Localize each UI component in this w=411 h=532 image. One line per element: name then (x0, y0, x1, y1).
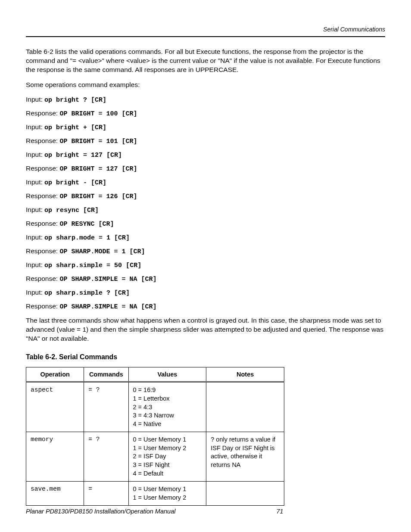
table-row: aspect= ?0 = 16:9 1 = Letterbox 2 = 4:3 … (26, 382, 284, 432)
example-label: Response: (26, 275, 59, 282)
page-footer: Planar PD8130/PD8150 Installation/Operat… (26, 508, 283, 515)
table-row: save.mem=0 = User Memory 1 1 = User Memo… (26, 482, 284, 506)
examples-lead: Some operations command examples: (26, 81, 385, 90)
command-example-line: Input: op bright - [CR] (26, 178, 385, 187)
cell-values: 0 = 16:9 1 = Letterbox 2 = 4:3 3 = 4:3 N… (128, 382, 206, 432)
cell-operation: memory (26, 432, 84, 482)
command-example-line: Input: op sharp.simple = 50 [CR] (26, 261, 385, 269)
example-command: OP BRIGHT = 127 [CR] (59, 165, 137, 173)
command-example-line: Input: op bright + [CR] (26, 123, 385, 131)
command-example-line: Response: OP SHARP.MODE = 1 [CR] (26, 247, 385, 255)
command-example-line: Input: op sharp.simple ? [CR] (26, 289, 385, 297)
command-example-line: Response: OP BRIGHT = 126 [CR] (26, 192, 385, 200)
example-label: Input: (26, 261, 44, 268)
command-example-line: Input: op resync [CR] (26, 206, 385, 214)
example-command: op bright ? [CR] (44, 96, 106, 104)
example-label: Response: (26, 247, 59, 255)
cell-values: 0 = User Memory 1 1 = User Memory 2 2 = … (128, 432, 206, 482)
outro-paragraph: The last three commands show what happen… (26, 316, 385, 343)
intro-paragraph: Table 6-2 lists the valid operations com… (26, 47, 385, 75)
example-label: Response: (26, 192, 59, 199)
cell-notes (206, 482, 284, 506)
example-label: Input: (26, 206, 44, 213)
examples-list: Input: op bright ? [CR]Response: OP BRIG… (26, 96, 385, 311)
cell-commands: = ? (84, 432, 128, 482)
example-label: Response: (26, 165, 59, 172)
cell-operation: save.mem (26, 482, 84, 506)
table-row: memory= ?0 = User Memory 1 1 = User Memo… (26, 432, 284, 482)
cell-notes: ? only returns a value if ISF Day or ISF… (206, 432, 284, 482)
serial-commands-table: Operation Commands Values Notes aspect= … (26, 367, 284, 506)
footer-page-number: 71 (276, 508, 283, 515)
example-command: op resync [CR] (44, 207, 99, 214)
example-label: Input: (26, 96, 44, 103)
example-label: Input: (26, 178, 44, 186)
cell-operation: aspect (26, 382, 84, 432)
command-example-line: Response: OP SHARP.SIMPLE = NA [CR] (26, 302, 385, 311)
command-example-line: Response: OP BRIGHT = 127 [CR] (26, 165, 385, 173)
example-command: OP SHARP.SIMPLE = NA [CR] (59, 276, 156, 283)
footer-manual-title: Planar PD8130/PD8150 Installation/Operat… (26, 508, 175, 515)
section-header: Serial Communications (26, 26, 385, 33)
example-label: Response: (26, 109, 59, 117)
example-command: OP BRIGHT = 101 [CR] (59, 138, 137, 145)
command-example-line: Input: op bright = 127 [CR] (26, 151, 385, 159)
example-command: op bright = 127 [CR] (44, 152, 122, 159)
example-command: op bright + [CR] (44, 124, 106, 131)
example-command: OP BRIGHT = 100 [CR] (59, 110, 137, 118)
table-title: Table 6-2. Serial Commands (26, 353, 385, 361)
example-command: op bright - [CR] (44, 179, 106, 187)
example-label: Response: (26, 220, 59, 227)
th-operation: Operation (26, 367, 84, 382)
example-command: op sharp.simple = 50 [CR] (44, 262, 141, 269)
th-commands: Commands (84, 367, 128, 382)
command-example-line: Response: OP SHARP.SIMPLE = NA [CR] (26, 275, 385, 283)
th-notes: Notes (206, 367, 284, 382)
example-command: OP SHARP.SIMPLE = NA [CR] (59, 303, 156, 311)
command-example-line: Input: op sharp.mode = 1 [CR] (26, 233, 385, 242)
command-example-line: Response: OP BRIGHT = 101 [CR] (26, 137, 385, 145)
header-rule (26, 36, 385, 37)
example-command: OP BRIGHT = 126 [CR] (59, 193, 137, 200)
example-label: Response: (26, 302, 59, 310)
example-command: OP SHARP.MODE = 1 [CR] (59, 248, 145, 255)
command-example-line: Input: op bright ? [CR] (26, 96, 385, 104)
cell-commands: = (84, 482, 128, 506)
cell-commands: = ? (84, 382, 128, 432)
command-example-line: Response: OP RESYNC [CR] (26, 220, 385, 228)
example-command: op sharp.simple ? [CR] (44, 289, 130, 297)
command-example-line: Response: OP BRIGHT = 100 [CR] (26, 109, 385, 118)
th-values: Values (128, 367, 206, 382)
example-label: Input: (26, 233, 44, 241)
table-header-row: Operation Commands Values Notes (26, 367, 284, 382)
example-command: OP RESYNC [CR] (59, 221, 114, 228)
example-label: Input: (26, 289, 44, 296)
cell-values: 0 = User Memory 1 1 = User Memory 2 (128, 482, 206, 506)
example-label: Input: (26, 151, 44, 158)
example-label: Response: (26, 137, 59, 144)
example-command: op sharp.mode = 1 [CR] (44, 234, 130, 242)
cell-notes (206, 382, 284, 432)
example-label: Input: (26, 123, 44, 131)
